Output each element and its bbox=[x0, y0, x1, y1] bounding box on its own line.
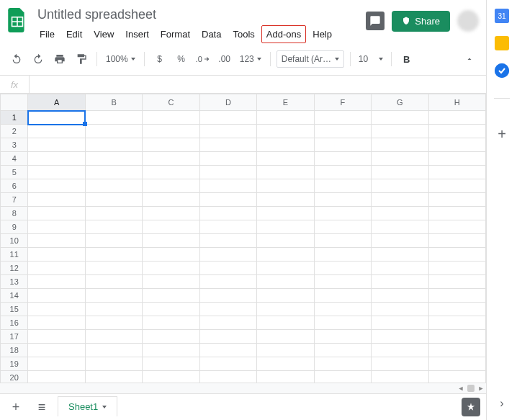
cell[interactable] bbox=[143, 138, 199, 152]
cell[interactable] bbox=[199, 220, 256, 234]
cell[interactable] bbox=[372, 234, 428, 248]
print-button[interactable] bbox=[50, 50, 69, 68]
cell[interactable] bbox=[28, 220, 85, 234]
cell[interactable] bbox=[199, 303, 256, 316]
row-header[interactable]: 3 bbox=[1, 138, 28, 152]
sheet-tab-active[interactable]: Sheet1 bbox=[58, 396, 117, 416]
row-header[interactable]: 13 bbox=[1, 275, 28, 289]
cell[interactable] bbox=[428, 111, 486, 125]
cell[interactable] bbox=[257, 371, 314, 383]
cell[interactable] bbox=[28, 289, 85, 303]
cell[interactable] bbox=[372, 275, 428, 289]
font-size-select[interactable]: 10 bbox=[356, 54, 385, 64]
cell[interactable] bbox=[85, 248, 142, 262]
cell[interactable] bbox=[143, 371, 199, 383]
cell[interactable] bbox=[143, 289, 199, 303]
redo-button[interactable] bbox=[29, 50, 48, 68]
cell[interactable] bbox=[372, 166, 428, 179]
cell[interactable] bbox=[199, 125, 256, 138]
document-title[interactable]: Untitled spreadsheet bbox=[35, 6, 366, 24]
row-header[interactable]: 11 bbox=[1, 248, 28, 262]
cell[interactable] bbox=[372, 207, 428, 220]
cell[interactable] bbox=[428, 248, 486, 262]
cell[interactable] bbox=[314, 248, 371, 262]
row-header[interactable]: 4 bbox=[1, 152, 28, 166]
cell[interactable] bbox=[28, 125, 85, 138]
cell[interactable] bbox=[28, 316, 85, 330]
cell[interactable] bbox=[257, 262, 314, 275]
cell[interactable] bbox=[28, 330, 85, 344]
cell[interactable] bbox=[85, 357, 142, 371]
row-header[interactable]: 15 bbox=[1, 303, 28, 316]
cell[interactable] bbox=[372, 248, 428, 262]
cell[interactable] bbox=[85, 303, 142, 316]
menu-view[interactable]: View bbox=[89, 25, 119, 43]
collapse-toolbar-button[interactable] bbox=[460, 50, 479, 68]
menu-tools[interactable]: Tools bbox=[228, 25, 259, 43]
cell[interactable] bbox=[257, 125, 314, 138]
cell[interactable] bbox=[199, 138, 256, 152]
cell[interactable] bbox=[372, 152, 428, 166]
cell[interactable] bbox=[199, 344, 256, 357]
row-header[interactable]: 14 bbox=[1, 289, 28, 303]
cell[interactable] bbox=[257, 234, 314, 248]
cell[interactable] bbox=[314, 193, 371, 207]
cell[interactable] bbox=[257, 193, 314, 207]
cell[interactable] bbox=[372, 111, 428, 125]
cell[interactable] bbox=[143, 234, 199, 248]
row-header[interactable]: 9 bbox=[1, 220, 28, 234]
cell[interactable] bbox=[199, 371, 256, 383]
cell[interactable] bbox=[372, 371, 428, 383]
scroll-thumb[interactable] bbox=[467, 385, 475, 392]
cell[interactable] bbox=[143, 357, 199, 371]
add-sheet-button[interactable]: + bbox=[6, 397, 26, 417]
cell[interactable] bbox=[428, 316, 486, 330]
cell[interactable] bbox=[143, 125, 199, 138]
cell[interactable] bbox=[143, 316, 199, 330]
cell[interactable] bbox=[143, 193, 199, 207]
cell[interactable] bbox=[428, 166, 486, 179]
paint-format-button[interactable] bbox=[72, 50, 91, 68]
cell[interactable] bbox=[428, 179, 486, 193]
cell[interactable] bbox=[85, 207, 142, 220]
comments-button[interactable] bbox=[366, 12, 385, 30]
cell[interactable] bbox=[257, 111, 314, 125]
cell[interactable] bbox=[28, 111, 85, 125]
cell[interactable] bbox=[85, 316, 142, 330]
cell[interactable] bbox=[143, 220, 199, 234]
all-sheets-button[interactable]: ≡ bbox=[32, 397, 52, 417]
cell[interactable] bbox=[257, 357, 314, 371]
row-header[interactable]: 10 bbox=[1, 234, 28, 248]
share-button[interactable]: Share bbox=[392, 11, 450, 32]
cell[interactable] bbox=[314, 138, 371, 152]
cell[interactable] bbox=[85, 111, 142, 125]
cell[interactable] bbox=[428, 193, 486, 207]
cell[interactable] bbox=[428, 344, 486, 357]
cell[interactable] bbox=[372, 193, 428, 207]
cell[interactable] bbox=[428, 275, 486, 289]
cell[interactable] bbox=[199, 262, 256, 275]
cell[interactable] bbox=[372, 125, 428, 138]
tasks-icon[interactable] bbox=[495, 63, 509, 78]
keep-icon[interactable] bbox=[495, 36, 509, 50]
sheets-logo-icon[interactable] bbox=[7, 7, 27, 33]
cell[interactable] bbox=[314, 234, 371, 248]
row-header[interactable]: 6 bbox=[1, 179, 28, 193]
menu-addons[interactable]: Add-ons bbox=[261, 25, 306, 43]
cell[interactable] bbox=[257, 289, 314, 303]
cell[interactable] bbox=[85, 344, 142, 357]
cell[interactable] bbox=[314, 152, 371, 166]
font-family-select[interactable]: Default (Ari... bbox=[277, 50, 344, 68]
column-header[interactable]: B bbox=[85, 94, 142, 111]
row-header[interactable]: 18 bbox=[1, 344, 28, 357]
cell[interactable] bbox=[85, 166, 142, 179]
cell[interactable] bbox=[199, 166, 256, 179]
cell[interactable] bbox=[199, 357, 256, 371]
row-header[interactable]: 16 bbox=[1, 316, 28, 330]
cell[interactable] bbox=[257, 330, 314, 344]
account-avatar[interactable] bbox=[457, 10, 479, 32]
decrease-decimal-button[interactable]: .0 bbox=[194, 50, 212, 68]
menu-file[interactable]: File bbox=[35, 25, 60, 43]
undo-button[interactable] bbox=[7, 50, 26, 68]
cell[interactable] bbox=[143, 166, 199, 179]
